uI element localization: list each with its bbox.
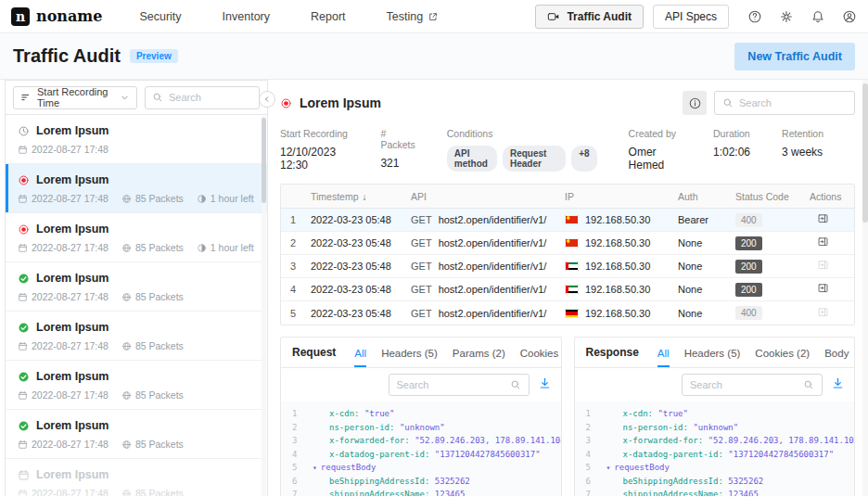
de-flag-icon bbox=[565, 309, 579, 318]
table-row[interactable]: 4 2022-03-23 05:48 GEThost2.open/identif… bbox=[281, 278, 854, 301]
nav-item-inventory[interactable]: Inventory bbox=[223, 10, 270, 23]
done-status-icon bbox=[18, 371, 30, 383]
meta-value: Omer Hemed bbox=[629, 146, 682, 172]
line-number: 1 bbox=[281, 409, 307, 418]
recording-packets: 85 Packets bbox=[135, 193, 184, 204]
meta-value: 3 weeks bbox=[782, 146, 823, 159]
condition-chip: API method bbox=[447, 146, 497, 172]
meta-field: Duration 1:02:06 bbox=[713, 128, 750, 172]
detail-search-input[interactable] bbox=[739, 97, 847, 108]
code-line: 2 ns-person-id: "unknown" bbox=[281, 421, 561, 435]
recording-list-item[interactable]: Lorem Ipsum 2022-08-27 17:48 85 Packets … bbox=[6, 164, 267, 213]
recording-date: 2022-08-27 17:48 bbox=[32, 389, 108, 401]
cell-ip: 192.168.50.30 bbox=[561, 237, 674, 248]
request-panel: Request AllHeaders (5)Params (2)Cookies … bbox=[280, 337, 562, 496]
recording-date: 2022-08-27 17:48 bbox=[32, 242, 108, 253]
recording-packets: 85 Packets bbox=[135, 340, 184, 351]
search-icon bbox=[510, 379, 521, 390]
table-row[interactable]: 2 2022-03-23 05:48 GEThost2.open/identif… bbox=[281, 232, 854, 255]
table-row[interactable]: 1 2022-03-23 05:48 GEThost2.open/identif… bbox=[281, 209, 854, 232]
recording-title: Lorem Ipsum bbox=[36, 272, 109, 285]
code-value: 5325262 bbox=[728, 477, 763, 486]
request-tab[interactable]: All bbox=[354, 339, 366, 367]
recording-list-item[interactable]: Lorem Ipsum 2022-08-27 17:48 85 Packets bbox=[6, 410, 267, 459]
row-number: 4 bbox=[281, 284, 307, 295]
recording-status-icon bbox=[18, 174, 30, 186]
line-number: 5 bbox=[281, 463, 307, 472]
code-key: x-forwarded-for: bbox=[329, 436, 410, 445]
traffic-audit-nav-button[interactable]: Traffic Audit bbox=[535, 5, 644, 29]
status-code-badge: 200 bbox=[735, 260, 762, 274]
response-tab[interactable]: Cookies (2) bbox=[755, 339, 810, 367]
code-key: ns-person-id: bbox=[329, 423, 394, 432]
user-icon[interactable] bbox=[842, 9, 857, 24]
sidebar-search-input[interactable] bbox=[169, 92, 252, 103]
nav-icon-buttons bbox=[747, 9, 857, 24]
recording-list-item[interactable]: Lorem Ipsum 2022-08-27 17:48 85 Packets … bbox=[6, 213, 267, 262]
bell-icon[interactable] bbox=[811, 9, 825, 24]
table-row[interactable]: 5 2022-03-23 05:48 GEThost2.open/identif… bbox=[281, 301, 854, 325]
request-download-button[interactable] bbox=[538, 376, 552, 393]
expired-status-icon bbox=[18, 469, 30, 481]
recording-list-item[interactable]: Lorem Ipsum 2022-08-27 17:48 bbox=[6, 115, 267, 164]
meta-field: Start Recording 12/10/2023 12:30 bbox=[280, 128, 349, 172]
cell-status-code: 200 bbox=[732, 236, 806, 250]
globe-icon bbox=[121, 292, 132, 302]
response-tab[interactable]: All bbox=[657, 339, 670, 367]
column-timestamp[interactable]: Timestemp↓ bbox=[307, 191, 407, 202]
recording-list-item[interactable]: Lorem Ipsum 2022-08-27 17:48 85 Packets bbox=[6, 262, 267, 312]
recording-list-item[interactable]: Lorem Ipsum 2022-08-27 17:48 85 Packets bbox=[6, 361, 267, 410]
brand[interactable]: n noname bbox=[11, 7, 102, 26]
table-row[interactable]: 3 2022-03-23 05:48 GEThost2.open/identif… bbox=[281, 255, 854, 278]
column-ip: IP bbox=[561, 191, 674, 202]
code-value: "52.89.246.203, 178.89.141.104" bbox=[415, 436, 560, 445]
sidebar-collapse-button[interactable] bbox=[259, 91, 275, 108]
code-value: "52.89.246.203, 178.89.141.104" bbox=[708, 436, 854, 445]
calendar-icon bbox=[18, 341, 28, 351]
api-specs-nav-button[interactable]: API Specs bbox=[653, 5, 729, 29]
sidebar-search bbox=[145, 86, 260, 109]
recordings-sidebar: Start Recording Time Lorem Ipsum 2022-08… bbox=[5, 80, 268, 496]
nav-item-testing[interactable]: Testing bbox=[387, 10, 440, 23]
open-packet-button[interactable] bbox=[810, 282, 829, 297]
search-icon bbox=[722, 97, 734, 108]
pending-status-icon bbox=[18, 125, 30, 137]
meta-value: 321 bbox=[380, 157, 415, 170]
table-header-row: Timestemp↓ API IP Auth Status Code Actio… bbox=[281, 185, 854, 209]
collapse-caret-icon[interactable]: ▾ bbox=[606, 464, 611, 472]
response-search-input[interactable] bbox=[690, 379, 803, 390]
help-icon[interactable] bbox=[747, 9, 762, 24]
collapse-caret-icon[interactable]: ▾ bbox=[313, 464, 317, 472]
sidebar-scrollbar[interactable] bbox=[262, 116, 266, 496]
response-tab[interactable]: Headers (5) bbox=[684, 339, 741, 367]
page-header: Traffic Audit Preview New Traffic Audit bbox=[0, 33, 868, 80]
code-line: 5 ▾requestBody bbox=[281, 461, 561, 475]
code-line: 1 x-cdn: "true" bbox=[575, 407, 855, 421]
recording-title: Lorem Ipsum bbox=[36, 468, 109, 481]
response-panel-title: Response bbox=[586, 346, 639, 359]
nav-item-report[interactable]: Report bbox=[311, 10, 346, 23]
sort-select[interactable]: Start Recording Time bbox=[13, 86, 137, 109]
line-number: 2 bbox=[575, 423, 601, 432]
open-packet-button[interactable] bbox=[810, 236, 829, 250]
cell-status-code: 200 bbox=[732, 283, 806, 297]
request-tab[interactable]: Cookies (2) bbox=[520, 339, 562, 367]
nav-item-security[interactable]: Security bbox=[139, 10, 181, 23]
response-tab[interactable]: Body bbox=[824, 339, 849, 367]
new-traffic-audit-button[interactable]: New Traffic Audit bbox=[734, 43, 855, 70]
request-tab[interactable]: Params (2) bbox=[453, 339, 505, 367]
recording-packets: 85 Packets bbox=[135, 242, 184, 253]
page-scrollbar[interactable] bbox=[862, 80, 868, 496]
info-button[interactable] bbox=[683, 91, 707, 115]
calendar-icon bbox=[18, 145, 28, 155]
code-line: 7 shippingAddressName: 123465 bbox=[281, 488, 561, 496]
code-value: "1371204427845600317" bbox=[435, 450, 541, 459]
request-tab[interactable]: Headers (5) bbox=[381, 339, 438, 367]
gear-icon[interactable] bbox=[779, 9, 794, 24]
recording-list-item[interactable]: Lorem Ipsum 2022-08-27 17:48 85 Packets bbox=[6, 459, 267, 496]
request-search-input[interactable] bbox=[397, 379, 510, 390]
recording-list-item[interactable]: Lorem Ipsum 2022-08-27 17:48 85 Packets bbox=[6, 312, 267, 361]
response-download-button[interactable] bbox=[831, 376, 845, 393]
open-packet-button[interactable] bbox=[810, 212, 829, 227]
line-number: 1 bbox=[575, 409, 601, 418]
